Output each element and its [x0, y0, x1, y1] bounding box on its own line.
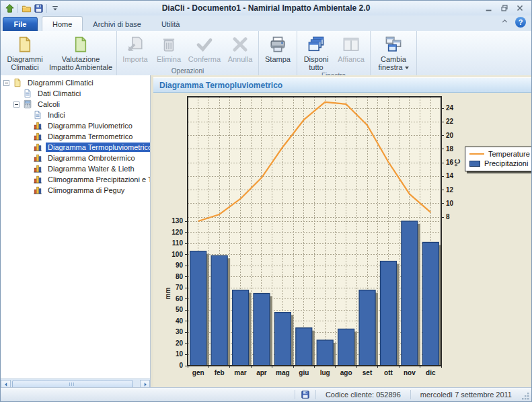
chart-bars-icon [33, 175, 44, 184]
document-area: Diagramma Termopluviometrico 01020304050… [153, 75, 531, 389]
svg-text:nov: nov [404, 369, 416, 376]
tree-item-label: Indici [46, 110, 67, 120]
svg-text:giu: giu [299, 369, 309, 376]
bar-gen [190, 251, 206, 366]
svg-text:16: 16 [446, 159, 454, 166]
button-label: Disponi tutto [304, 55, 329, 71]
button-label: Affianca [338, 55, 365, 63]
tab-utilit[interactable]: Utilità [151, 17, 190, 31]
quick-access-toolbar [1, 2, 61, 14]
legend-line-swatch [469, 153, 484, 155]
chart-bars-icon [33, 132, 44, 141]
tree-item-dati-climatici[interactable]: Dati Climatici [1, 88, 150, 99]
bar-nov [402, 221, 418, 366]
cambia-finestra-button[interactable]: Cambia finestra [372, 32, 415, 71]
restore-button[interactable] [499, 3, 510, 13]
svg-text:apr: apr [256, 369, 267, 376]
elimina-button[interactable]: Elimina [152, 32, 186, 67]
status-date: mercoledì 7 settembre 2011 [411, 391, 521, 399]
tree-item-climogramma-precipitazioni-e-temperature[interactable]: Climogramma Precipitazioni e Temperature [1, 174, 150, 185]
title-bar: DiaCli - Documento1 - Namirial Impatto A… [1, 1, 531, 15]
tab-file[interactable]: File [3, 17, 38, 31]
ribbon-tab-row: File HomeArchivi di baseUtilità ? [1, 15, 531, 32]
chart-bars-icon [33, 121, 44, 130]
svg-text:gen: gen [192, 369, 204, 376]
expander-minus-icon[interactable] [13, 102, 20, 108]
svg-text:mm: mm [164, 288, 172, 300]
app-icon[interactable] [3, 2, 15, 14]
svg-text:24: 24 [446, 104, 454, 112]
save-icon[interactable] [295, 390, 315, 399]
svg-text:set: set [363, 369, 373, 376]
folder-open-icon[interactable] [20, 2, 32, 14]
conferma-button[interactable]: Conferma [186, 32, 223, 67]
svg-text:50: 50 [176, 306, 184, 313]
window-title: DiaCli - Documento1 - Namirial Impatto A… [1, 3, 531, 13]
svg-text:feb: feb [215, 369, 225, 376]
cascade-icon [307, 33, 325, 55]
minimize-button[interactable] [484, 3, 494, 13]
tree-item-diagramma-termopluviometrico[interactable]: Diagramma Termopluviometrico [1, 142, 150, 153]
tabs-container: HomeArchivi di baseUtilità [42, 16, 190, 31]
doc-green-icon [72, 33, 89, 55]
tree-item-diagramma-pluviometrico[interactable]: Diagramma Pluviometrico [1, 120, 150, 131]
tree-item-diagrammi-climatici[interactable]: Diagrammi Climatici [1, 77, 150, 88]
tab-home[interactable]: Home [42, 16, 83, 31]
tree-item-diagramma-termometrico[interactable]: Diagramma Termometrico [1, 131, 150, 142]
button-label: Stampa [265, 55, 291, 63]
svg-text:10: 10 [446, 200, 454, 207]
tree-item-indici[interactable]: Indici [1, 110, 150, 120]
legend-label: Precipitazioni [484, 159, 528, 167]
ribbon-collapse-icon[interactable] [500, 16, 509, 28]
diagrammi-climatici-button[interactable]: Diagrammi Climatici [3, 32, 46, 71]
tree-item-label: Climogramma di Peguy [46, 186, 126, 195]
qat-dropdown-icon[interactable] [49, 2, 61, 14]
client-code: Codice cliente: 052896 [316, 391, 410, 399]
svg-text:120: 120 [172, 229, 183, 236]
svg-text:mar: mar [234, 369, 246, 376]
annulla-button[interactable]: Annulla [223, 32, 257, 67]
navigation-tree-panel: Diagrammi ClimaticiDati ClimaticiCalcoli… [1, 75, 151, 389]
button-label: Valutazione Impatto Ambientale [49, 55, 112, 71]
chart-svg: 0102030405060708090100110120130810121416… [153, 93, 532, 382]
trash-icon [160, 33, 178, 55]
ribbon-group-finestra: Disponi tuttoAffiancaFinestra [297, 31, 371, 75]
navigation-tree: Diagrammi ClimaticiDati ClimaticiCalcoli… [1, 75, 150, 378]
switch-window-icon [385, 33, 402, 55]
svg-text:30: 30 [176, 328, 184, 335]
disponi-tutto-button[interactable]: Disponi tutto [299, 32, 334, 71]
window-controls [484, 3, 531, 13]
tree-item-climogramma-di-peguy[interactable]: Climogramma di Peguy [1, 185, 150, 196]
valutazione-impatto-ambientale-button[interactable]: Valutazione Impatto Ambientale [46, 32, 115, 71]
chart-container: 0102030405060708090100110120130810121416… [153, 93, 531, 389]
resize-grip[interactable] [521, 392, 530, 401]
close-button[interactable] [515, 3, 525, 13]
svg-text:14: 14 [446, 172, 454, 179]
dropdown-arrow-icon [405, 67, 409, 69]
chart-legend: TemperaturePrecipitazioni [465, 147, 532, 171]
tree-item-label: Diagramma Walter & Lieth [46, 164, 137, 173]
svg-text:mag: mag [276, 369, 290, 376]
tree-item-diagramma-walter-lieth[interactable]: Diagramma Walter & Lieth [1, 163, 150, 174]
save-icon[interactable] [32, 2, 44, 14]
importa-button[interactable]: Importa [118, 32, 152, 67]
check-icon [196, 33, 213, 55]
doc-yellow-icon [13, 78, 24, 87]
ribbon-group: Diagrammi ClimaticiValutazione Impatto A… [2, 31, 117, 75]
printer-icon [269, 33, 287, 55]
svg-text:40: 40 [176, 317, 184, 325]
stampa-button[interactable]: Stampa [260, 32, 295, 67]
svg-text:dic: dic [426, 369, 436, 376]
svg-text:100: 100 [172, 251, 183, 258]
chart-bars-icon [33, 153, 44, 163]
application-window: DiaCli - Documento1 - Namirial Impatto A… [0, 0, 532, 402]
expander-minus-icon[interactable] [3, 80, 9, 86]
help-button[interactable]: ? [515, 17, 526, 28]
button-label: Conferma [188, 55, 221, 63]
legend-entry-precipitazioni: Precipitazioni [469, 159, 530, 168]
tree-item-calcoli[interactable]: Calcoli [1, 99, 150, 110]
affianca-button[interactable]: Affianca [334, 32, 369, 71]
tree-item-diagramma-ombrotermico[interactable]: Diagramma Ombrotermico [1, 153, 150, 163]
tab-archivi-di-base[interactable]: Archivi di base [83, 17, 151, 31]
chart-bars-icon [33, 143, 44, 152]
